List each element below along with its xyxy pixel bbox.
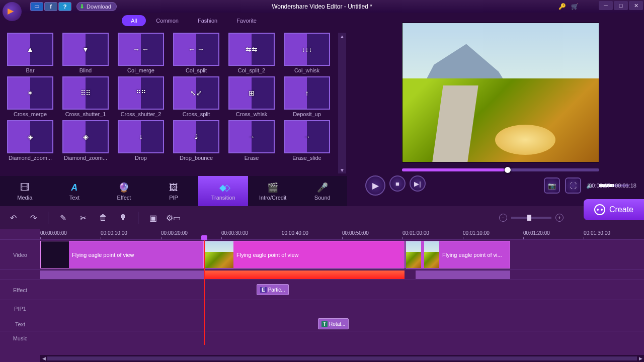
ruler-tick: 00:00:00:00 xyxy=(40,230,67,236)
close-button[interactable]: ✕ xyxy=(629,1,643,10)
zoom-slider[interactable] xyxy=(511,217,551,219)
tab-sound[interactable]: 🎤Sound xyxy=(297,176,347,206)
tab-transition[interactable]: Transition xyxy=(198,176,248,206)
seek-head-icon[interactable] xyxy=(505,167,511,173)
scroll-right-icon[interactable]: ▶ xyxy=(637,356,644,361)
snapshot-button[interactable]: 📷 xyxy=(544,177,560,194)
timeline-pane: 00:00:00:0000:00:10:0000:00:20:0000:00:3… xyxy=(0,229,644,362)
transition-item[interactable]: →Erase xyxy=(225,120,278,161)
effect-clip[interactable]: EPartic... xyxy=(257,284,289,295)
crop-button[interactable]: ▣ xyxy=(147,212,158,223)
redo-button[interactable]: ↷ xyxy=(28,212,39,223)
track-effect-content[interactable]: EPartic... xyxy=(40,280,644,300)
tab-effect[interactable]: 🔮Effect xyxy=(99,176,149,206)
transition-item[interactable]: ⊞Cross_whisk xyxy=(225,76,278,117)
transition-item[interactable]: ← →Col_split xyxy=(170,33,222,73)
filter-all[interactable]: All xyxy=(122,15,146,26)
transition-item[interactable]: ⤡⤢Cross_split xyxy=(170,76,222,117)
step-forward-button[interactable]: ▶| xyxy=(410,175,426,192)
transition-item[interactable]: ↑Deposit_up xyxy=(281,76,333,117)
play-button[interactable]: ▶ xyxy=(365,175,385,196)
tab-intro-credit[interactable]: 🎬Intro/Credit xyxy=(248,176,298,206)
transition-thumb: ▼ xyxy=(62,33,109,66)
video-clip-3[interactable]: Flying eagle point of vi... xyxy=(406,241,510,268)
playhead[interactable] xyxy=(204,239,205,345)
tab-text[interactable]: AText xyxy=(50,176,100,206)
transition-thumb: → ← xyxy=(118,33,164,66)
audio-strip-3[interactable] xyxy=(416,270,510,279)
transition-item[interactable]: ◈Diamond_zoom... xyxy=(4,120,56,161)
scroll-down-icon[interactable]: ▼ xyxy=(338,166,346,173)
transition-label: Deposit_up xyxy=(293,111,321,117)
text-clip[interactable]: TRotat... xyxy=(318,318,349,329)
audio-strip-1[interactable] xyxy=(40,270,204,279)
transition-thumb: ⤡⤢ xyxy=(173,76,219,110)
ruler-tick: 00:00:40:00 xyxy=(282,230,308,236)
cut-button[interactable]: ✂ xyxy=(77,212,89,223)
transition-item[interactable]: ↓↓↓Col_whisk xyxy=(281,33,333,73)
filter-common[interactable]: Common xyxy=(147,15,188,26)
minimize-button[interactable]: ─ xyxy=(599,1,613,10)
track-pip1-content[interactable] xyxy=(40,300,644,317)
transition-item[interactable]: ⠿⠿Cross_shutter_1 xyxy=(59,76,112,117)
facebook-icon[interactable]: f xyxy=(44,2,57,11)
time-ruler[interactable]: 00:00:00:0000:00:10:0000:00:20:0000:00:3… xyxy=(40,229,644,239)
delete-button[interactable]: 🗑 xyxy=(98,212,109,223)
scroll-up-icon[interactable]: ▲ xyxy=(338,33,346,40)
transition-thumb: ↓↓↓ xyxy=(284,33,330,66)
audio-strip-2[interactable] xyxy=(205,270,405,279)
zoom-out-button[interactable]: − xyxy=(499,214,507,222)
transition-item[interactable]: ⠛⠛Cross_shutter_2 xyxy=(115,76,167,117)
seek-bar[interactable] xyxy=(402,168,599,171)
transition-thumb: → xyxy=(228,120,275,153)
video-clip-2[interactable]: Flying eagle point of view xyxy=(205,241,405,268)
filter-fashion[interactable]: Fashion xyxy=(189,15,226,26)
timeline-hscroll[interactable]: ◀ ▶ xyxy=(40,355,644,362)
transition-item[interactable]: ⇣Drop_bounce xyxy=(170,120,222,161)
preview-image xyxy=(403,23,599,162)
transition-item[interactable]: ◈Diamond_zoom... xyxy=(59,120,112,161)
edit-button[interactable]: ✎ xyxy=(57,212,68,223)
transition-item[interactable]: ↓Drop xyxy=(115,120,167,161)
fullscreen-button[interactable]: ⛶ xyxy=(565,177,581,194)
transition-item[interactable]: ✶Cross_merge xyxy=(4,76,56,117)
track-label-text: Text xyxy=(0,317,40,331)
category-tabs: 🎞Media AText 🔮Effect 🖼PIP Transition 🎬In… xyxy=(0,176,347,206)
track-music-content[interactable] xyxy=(40,331,644,345)
transition-thumb: ✶ xyxy=(7,76,53,110)
track-text-content[interactable]: TRotat... xyxy=(40,317,644,331)
voiceover-button[interactable]: 🎙 xyxy=(118,212,129,223)
download-button[interactable]: ⬇ Download xyxy=(76,2,117,11)
library-area: All Common Fashion Favorite ▲Bar▼Blind→ … xyxy=(0,13,347,206)
cart-icon[interactable]: 🛒 xyxy=(571,3,579,10)
track-audio-content[interactable] xyxy=(40,270,644,280)
create-button[interactable]: Create xyxy=(584,199,644,220)
window-controls: ─ □ ✕ xyxy=(599,1,643,10)
transition-label: Erase_slide xyxy=(292,155,321,161)
transition-item[interactable]: ▼Blind xyxy=(59,33,112,73)
track-video-content[interactable]: Flying eagle point of view Flying eagle … xyxy=(40,240,644,269)
transition-item[interactable]: ⇆⇆Col_split_2 xyxy=(225,33,278,73)
maximize-button[interactable]: □ xyxy=(614,1,628,10)
video-clip-1[interactable]: Flying eagle point of view xyxy=(40,241,204,268)
transition-item[interactable]: ▲Bar xyxy=(4,33,56,73)
transition-item[interactable]: →Erase_slide xyxy=(281,120,333,161)
settings-button[interactable]: ⚙▭ xyxy=(168,212,179,223)
transition-label: Cross_shutter_2 xyxy=(121,111,162,117)
key-icon[interactable]: 🔑 xyxy=(558,3,566,10)
track-video: Video Flying eagle point of view Flying … xyxy=(0,239,644,269)
filter-favorite[interactable]: Favorite xyxy=(227,15,266,26)
stop-button[interactable]: ■ xyxy=(389,175,406,192)
transition-item[interactable]: → ←Col_merge xyxy=(115,33,167,73)
help-icon[interactable]: ? xyxy=(58,2,71,11)
scroll-left-icon[interactable]: ◀ xyxy=(40,356,47,361)
transition-label: Col_whisk xyxy=(294,67,319,73)
clip-thumb xyxy=(205,241,233,268)
library-scrollbar[interactable]: ▲ ▼ xyxy=(338,33,346,173)
timeline-toolbar: ↶ ↷ ✎ ✂ 🗑 🎙 ▣ ⚙▭ − + xyxy=(0,206,644,229)
zoom-in-button[interactable]: + xyxy=(555,214,564,222)
tab-media[interactable]: 🎞Media xyxy=(0,176,50,206)
folder-icon[interactable]: ▭ xyxy=(30,2,43,11)
tab-pip[interactable]: 🖼PIP xyxy=(149,176,199,206)
undo-button[interactable]: ↶ xyxy=(8,212,19,223)
